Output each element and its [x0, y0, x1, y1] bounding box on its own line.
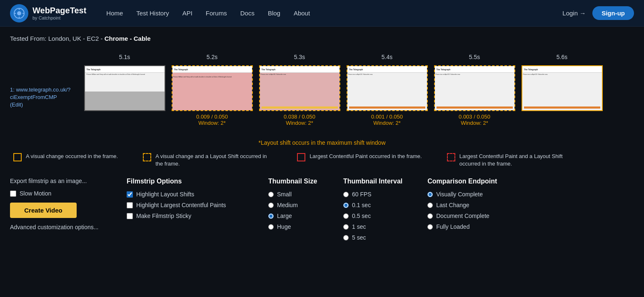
nav-forums[interactable]: Forums [206, 10, 227, 17]
nav-test-history[interactable]: Test History [136, 10, 169, 17]
highlight-lcp-checkbox[interactable] [127, 202, 133, 208]
interval-60fps-radio[interactable] [343, 192, 349, 197]
endpoint-fully-loaded: Fully Loaded [427, 223, 502, 230]
legend-grid: A visual change occurred in the frame. A… [13, 153, 631, 168]
filmstrip-scroll: 5.1sThe TelegraphPrinces William and Har… [81, 52, 634, 126]
nav-docs[interactable]: Docs [240, 10, 255, 17]
interval-05sec-radio[interactable] [343, 213, 349, 219]
shift-value-4: 0.003 / 0.050 [459, 114, 490, 120]
filmstrip-options-title: Filmstrip Options [127, 178, 243, 185]
interval-1sec-label: 1 sec [352, 223, 366, 230]
thumbnail-size-title: Thumbnail Size [268, 178, 318, 185]
login-button[interactable]: Login → [562, 10, 586, 17]
nav-api[interactable]: API [182, 10, 192, 17]
shift-window-4: Window: 2* [459, 120, 490, 126]
interval-05sec: 0.5 sec [343, 213, 402, 219]
filmstrip-row-link[interactable]: 1: www.telegraph.co.uk/?ciExemptFromCMP … [10, 86, 81, 109]
thumb-size-huge: Huge [268, 223, 318, 230]
thumb-size-large-label: Large [277, 213, 292, 219]
comparison-endpoint-title: Comparison Endpoint [427, 178, 502, 185]
nav-home[interactable]: Home [106, 10, 123, 17]
legend-text-solid-red: Largest Contentful Paint occurred in the… [310, 153, 422, 160]
svg-point-1 [17, 11, 21, 15]
endpoint-fully-loaded-label: Fully Loaded [436, 223, 469, 230]
interval-05sec-label: 0.5 sec [352, 213, 371, 219]
thumb-size-large: Large [268, 213, 318, 219]
option-highlight-lcp: Highlight Largest Contentful Paints [127, 202, 243, 208]
endpoint-doc-complete: Document Complete [427, 213, 502, 219]
filmstrip-col-1: 5.2sThe TelegraphPrinces William and Har… [168, 52, 256, 126]
time-label-0: 5.1s [119, 52, 130, 62]
endpoint-doc-complete-label: Document Complete [436, 213, 489, 219]
thumb-size-small-label: Small [277, 191, 292, 198]
thumbnail-size: Thumbnail Size Small Medium Large Huge [268, 178, 318, 234]
interval-01sec-radio[interactable] [343, 203, 349, 208]
slow-motion-row: Slow Motion [10, 190, 102, 197]
frame-thumb-1[interactable]: The TelegraphPrinces William and Harry w… [172, 65, 253, 111]
time-label-4: 5.5s [469, 52, 480, 62]
time-label-1: 5.2s [207, 52, 217, 62]
filmstrip-sticky-label: Make Filmstrip Sticky [136, 213, 191, 219]
shift-value-2: 0.038 / 0.050 [284, 114, 315, 120]
create-video-button[interactable]: Create Video [10, 203, 77, 218]
interval-60fps: 60 FPS [343, 191, 402, 198]
comparison-endpoint: Comparison Endpoint Visually Complete La… [427, 178, 502, 234]
legend-item-dashed-yellow: A visual change and a Layout Shift occur… [143, 153, 272, 168]
shift-info-4: 0.003 / 0.050Window: 2* [459, 114, 490, 126]
endpoint-visually-complete: Visually Complete [427, 191, 502, 198]
thumb-size-small-radio[interactable] [268, 192, 274, 197]
logo-text: WebPageTest by Catchpoint [32, 6, 86, 20]
export-filmstrip-link[interactable]: Export filmstrip as an image... [10, 178, 102, 184]
main-nav: Home Test History API Forums Docs Blog A… [106, 10, 562, 17]
thumb-size-medium-radio[interactable] [268, 203, 274, 208]
filmstrip-col-2: 5.3sThe TelegraphPrinces rise on April 2… [256, 52, 343, 126]
shift-value-1: 0.009 / 0.050 [196, 114, 228, 120]
thumb-size-large-radio[interactable] [268, 213, 274, 219]
signup-button[interactable]: Sign-up [592, 6, 634, 20]
legend-note: *Layout shift occurs in the maximum shif… [13, 139, 631, 146]
thumb-size-huge-radio[interactable] [268, 224, 274, 230]
interval-01sec-label: 0.1 sec [352, 202, 371, 208]
legend-text-dashed-yellow: A visual change and a Layout Shift occur… [155, 153, 272, 168]
slow-motion-label: Slow Motion [20, 190, 51, 197]
filmstrip-cols: 5.1sThe TelegraphPrinces William and Har… [81, 52, 634, 126]
thumb-size-medium: Medium [268, 202, 318, 208]
endpoint-visually-complete-label: Visually Complete [436, 191, 483, 198]
legend-item-dashed-red: Largest Contentful Paint and a Layout Sh… [447, 153, 576, 168]
time-label-3: 5.4s [382, 52, 392, 62]
shift-value-3: 0.001 / 0.050 [371, 114, 403, 120]
legend-text-solid-yellow: A visual change occurred in the frame. [26, 153, 118, 160]
legend-section: *Layout shift occurs in the maximum shif… [10, 139, 634, 168]
highlight-layout-shifts-checkbox[interactable] [127, 191, 133, 198]
nav-blog[interactable]: Blog [268, 10, 280, 17]
interval-1sec: 1 sec [343, 223, 402, 230]
thumb-size-small: Small [268, 191, 318, 198]
shift-window-2: Window: 2* [284, 120, 315, 126]
interval-5sec-radio[interactable] [343, 235, 349, 240]
frame-thumb-4[interactable]: The TelegraphPrices rise on April 20. Su… [434, 65, 515, 111]
nav-about[interactable]: About [294, 10, 310, 17]
frame-thumb-3[interactable]: The TelegraphPrices rise on April 20. Su… [347, 65, 428, 111]
logo[interactable]: WebPageTest by Catchpoint [10, 4, 86, 22]
slow-motion-checkbox[interactable] [10, 191, 16, 197]
shift-info-2: 0.038 / 0.050Window: 2* [284, 114, 315, 126]
interval-5sec-label: 5 sec [352, 234, 366, 241]
filmstrip-label: 1: www.telegraph.co.uk/?ciExemptFromCMP … [10, 52, 81, 126]
endpoint-fully-loaded-radio[interactable] [427, 224, 433, 230]
frame-thumb-0[interactable]: The TelegraphPrinces William and Harry w… [84, 65, 165, 111]
interval-1sec-radio[interactable] [343, 224, 349, 230]
filmstrip-sticky-checkbox[interactable] [127, 213, 133, 219]
endpoint-visually-complete-radio[interactable] [427, 192, 433, 197]
shift-info-3: 0.001 / 0.050Window: 2* [371, 114, 403, 126]
time-label-2: 5.3s [294, 52, 305, 62]
interval-5sec: 5 sec [343, 234, 402, 241]
endpoint-doc-complete-radio[interactable] [427, 213, 433, 219]
endpoint-last-change-label: Last Change [436, 202, 469, 208]
option-highlight-layout-shifts: Highlight Layout Shifts [127, 191, 243, 198]
endpoint-last-change-radio[interactable] [427, 203, 433, 208]
frame-thumb-5[interactable]: The TelegraphPrices rise on April 20. Su… [522, 65, 603, 111]
frame-thumb-2[interactable]: The TelegraphPrinces rise on April 20. S… [259, 65, 340, 111]
legend-item-solid-red: Largest Contentful Paint occurred in the… [297, 153, 422, 168]
advanced-customization-link[interactable]: Advanced customization options... [10, 224, 102, 230]
thumb-size-medium-label: Medium [277, 202, 298, 208]
